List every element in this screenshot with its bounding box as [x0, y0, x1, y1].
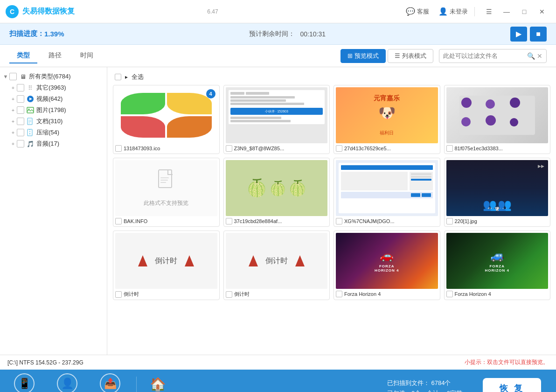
file-checkbox[interactable]: [336, 145, 342, 152]
audio-checkbox[interactable]: [17, 140, 24, 147]
scanbar: 扫描进度： 1.39% 预计剩余时间： 00:10:31 ▶ ■: [0, 23, 556, 45]
file-thumbnail: 元宵嘉乐 🐶 福利日: [336, 87, 438, 143]
sidebar-item-other[interactable]: + ⠿ 其它(3963): [0, 82, 107, 93]
file-item[interactable]: 🚗 FORZAHORIZON 4 Forza Horizon 4: [334, 231, 440, 300]
file-item[interactable]: 倒计时 倒计时: [223, 231, 330, 300]
search-icon[interactable]: 🔍: [527, 52, 535, 60]
file-item[interactable]: XG%7CNAJM(DGO...: [334, 158, 440, 227]
file-name: Z3N9_$8T@8WZ85...: [234, 146, 328, 151]
file-name: 81f075e1ec3d3383...: [455, 146, 549, 151]
file-checkbox[interactable]: [226, 291, 232, 298]
menu-btn[interactable]: ☰: [480, 4, 497, 19]
view-tabs: 类型 路径 时间 ⊞ 预览模式 ☰ 列表模式 🔍 ✕: [0, 45, 556, 67]
tab-type[interactable]: 类型: [9, 49, 37, 63]
image-checkbox[interactable]: [17, 106, 24, 114]
phone-recovery-btn[interactable]: 📱 手机数据恢复: [7, 373, 41, 392]
other-label: 其它(3963): [36, 84, 66, 92]
file-item[interactable]: 植植嗯哦！ 👥 👥 ▶▶ 220[1].jpg: [444, 158, 551, 227]
minimize-btn[interactable]: —: [498, 4, 515, 19]
close-btn[interactable]: ✕: [534, 4, 550, 19]
file-checkbox[interactable]: [115, 218, 122, 224]
customer-service-btn[interactable]: 💬 客服: [401, 5, 434, 18]
file-item[interactable]: 🚙 FORZAHORIZON 4 Forza Horizon 4: [444, 231, 551, 300]
compressed-label: 压缩(54): [36, 128, 59, 137]
scanned-files-count: 6784个: [431, 379, 451, 386]
select-all-bar: ▸ 全选: [111, 71, 552, 85]
sidebar-item-all-types[interactable]: ▼ 🖥 所有类型(6784): [0, 71, 107, 82]
time-remaining-label: 预计剩余时间：: [249, 30, 295, 38]
file-item[interactable]: 🍈 🍈 🍈 37c19cbd28e884af...: [223, 158, 330, 227]
file-item[interactable]: 4 1318473093.ico: [113, 85, 220, 154]
tab-path[interactable]: 路径: [41, 49, 69, 63]
countdown-text: 倒计时: [155, 256, 177, 266]
grid-icon: ⊞: [348, 52, 353, 59]
stop-btn[interactable]: ■: [530, 27, 547, 42]
sidebar-item-audio[interactable]: + 🎵 音频(17): [0, 138, 107, 149]
file-checkbox[interactable]: [115, 291, 122, 298]
file-checkbox[interactable]: [226, 145, 232, 152]
sidebar-item-video[interactable]: + 视频(642): [0, 93, 107, 105]
image-label: 图片(1798): [36, 106, 66, 114]
preview-mode-btn[interactable]: ⊞ 预览模式: [341, 49, 386, 63]
sidebar-item-document[interactable]: + 文档(310): [0, 116, 107, 127]
filter-input[interactable]: [443, 52, 527, 59]
titlebar: C 失易得数据恢复 6.47 💬 客服 👤 未登录 ☰ — □ ✕: [0, 0, 556, 23]
save-icon: 📤: [100, 373, 120, 392]
tab-time[interactable]: 时间: [73, 49, 101, 63]
file-checkbox[interactable]: [336, 291, 342, 297]
maximize-btn[interactable]: □: [516, 4, 533, 19]
scan-progress-value: 1.39%: [44, 30, 64, 38]
scan-label: 扫描进度：: [9, 29, 44, 38]
file-item[interactable]: 81f075e1ec3d3383...: [444, 85, 551, 154]
video-checkbox[interactable]: [17, 95, 24, 103]
file-checkbox[interactable]: [446, 145, 453, 152]
file-item[interactable]: 倒计时 倒计时: [113, 231, 220, 300]
svg-rect-15: [160, 182, 166, 183]
sidebar-item-image[interactable]: + 图片(1798): [0, 105, 107, 116]
badge-count: 4: [206, 89, 215, 98]
select-all-label[interactable]: 全选: [132, 73, 144, 81]
all-types-checkbox[interactable]: [9, 73, 17, 80]
login-btn[interactable]: 👤 未登录: [434, 5, 473, 18]
file-name: Forza Horizon 4: [344, 291, 438, 297]
file-checkbox[interactable]: [115, 145, 122, 152]
image-icon: [27, 106, 34, 114]
svg-rect-6: [28, 121, 31, 122]
clear-filter-icon[interactable]: ✕: [537, 52, 542, 60]
file-checkbox[interactable]: [446, 291, 453, 297]
sidebar: ▼ 🖥 所有类型(6784) + ⠿ 其它(3963) + 视频(642): [0, 67, 107, 355]
file-checkbox[interactable]: [336, 218, 342, 224]
svg-rect-11: [29, 133, 30, 134]
audio-icon: 🎵: [27, 140, 34, 147]
other-checkbox[interactable]: [17, 84, 24, 91]
svg-rect-2: [27, 107, 34, 113]
file-thumbnail: 此格式不支持预览: [115, 160, 217, 216]
bottombar: 📱 手机数据恢复 👤 在线咨询 📤 保存扫描记录 🏠 首页 已扫描到文件： 67…: [0, 370, 556, 392]
save-scan-btn[interactable]: 📤 保存扫描记录: [93, 373, 127, 392]
play-btn[interactable]: ▶: [510, 27, 527, 42]
sidebar-item-compressed[interactable]: + 压缩(54): [0, 127, 107, 138]
window-controls: ☰ — □ ✕: [480, 4, 550, 19]
file-item[interactable]: 元宵嘉乐 🐶 福利日 27d413c76529ce5...: [334, 85, 440, 154]
phone-icon: 📱: [14, 373, 35, 392]
recover-button[interactable]: 恢 复: [483, 378, 541, 392]
consult-icon: 👤: [57, 373, 77, 392]
home-btn[interactable]: 🏠 首页: [150, 377, 166, 392]
file-checkbox[interactable]: [226, 218, 232, 224]
document-checkbox[interactable]: [17, 118, 24, 125]
file-thumbnail: [446, 87, 549, 143]
file-thumbnail: 植植嗯哦！ 👥 👥 ▶▶: [446, 160, 549, 216]
no-preview-text: 此格式不支持预览: [144, 199, 188, 207]
list-mode-btn[interactable]: ☰ 列表模式: [388, 49, 433, 63]
zip-icon: [27, 129, 34, 136]
file-area: ▸ 全选 4 1318473093.ico: [107, 67, 556, 355]
file-checkbox[interactable]: [446, 218, 453, 224]
all-types-label: 所有类型(6784): [29, 72, 71, 81]
select-all-checkbox[interactable]: [115, 74, 121, 80]
compressed-checkbox[interactable]: [17, 129, 24, 136]
list-icon: ☰: [395, 52, 400, 59]
online-consult-btn[interactable]: 👤 在线咨询: [50, 373, 84, 392]
file-item[interactable]: 此格式不支持预览 BAK.INFO: [113, 158, 220, 227]
file-item[interactable]: 小伙伴 · 152603 Z3N9_$8T@8WZ85...: [223, 85, 330, 154]
path-info: [C:\] NTFS 154.52G - 237.29G: [7, 359, 83, 366]
